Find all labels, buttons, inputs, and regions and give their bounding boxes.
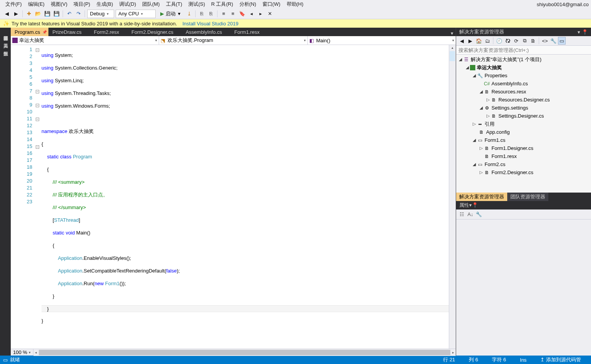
tab-overflow-button[interactable]: ▾ — [448, 30, 456, 36]
properties-pin-button[interactable]: 📍 — [472, 202, 478, 208]
categorized-button[interactable]: ☷ — [458, 210, 466, 218]
sync-button[interactable]: 🗘 — [504, 37, 511, 45]
assemblyinfo-node[interactable]: C#AssemblyInfo.cs — [456, 80, 591, 88]
tab-prizedraw-cs[interactable]: PrizeDraw.cs — [48, 28, 90, 36]
toolbox-tab[interactable]: 工具箱 — [2, 37, 9, 43]
redo-button[interactable]: ↷ — [75, 10, 82, 18]
resources-designer-node[interactable]: ▷🗎Resources.Designer.cs — [456, 96, 591, 104]
code-text[interactable]: using System; using System.Collections.G… — [42, 45, 449, 349]
collapse-all-button[interactable]: ⧉ — [521, 37, 528, 45]
settings-node[interactable]: ◢⚙Settings.settings — [456, 104, 591, 112]
save-button[interactable]: 💾 — [43, 10, 51, 18]
configuration-combo[interactable]: Debug▾ — [87, 10, 114, 18]
menu-tools[interactable]: 工具(T) — [163, 0, 186, 8]
comment-out-button[interactable]: ⎘ — [198, 10, 206, 18]
alphabetical-button[interactable]: A↓ — [466, 210, 475, 218]
tab-form2-resx[interactable]: Form2.resx — [90, 28, 128, 36]
editor-vertical-scrollbar[interactable]: ▴ — [449, 45, 456, 349]
open-file-button[interactable]: 📂 — [34, 10, 42, 18]
bookmark-clear-button[interactable]: ✕ — [266, 10, 274, 18]
tab-form2-designer-cs[interactable]: Form2.Designer.cs — [128, 28, 182, 36]
menu-team[interactable]: 团队(M) — [139, 0, 163, 8]
property-pages-button[interactable]: 🔧 — [475, 210, 483, 218]
fold-toggle[interactable]: − — [36, 48, 39, 52]
form1-node[interactable]: ◢▭Form1.cs — [456, 136, 591, 144]
form2-node[interactable]: ◢▭Form2.cs — [456, 160, 591, 168]
tab-assemblyinfo-cs[interactable]: AssemblyInfo.cs — [182, 28, 231, 36]
solution-search-input[interactable] — [456, 46, 591, 54]
menu-build[interactable]: 生成(B) — [93, 0, 116, 8]
form1-designer-node[interactable]: ▷🗎Form1.Designer.cs — [456, 144, 591, 152]
menu-edit[interactable]: 编辑(E) — [25, 0, 48, 8]
pin-icon[interactable]: 📌 — [42, 30, 47, 34]
step-button[interactable]: ⤓ — [185, 10, 193, 18]
references-node[interactable]: ▷▪▪引用 — [456, 120, 591, 128]
resources-node[interactable]: ◢🗎Resources.resx — [456, 88, 591, 96]
menu-test[interactable]: 测试(S) — [185, 0, 208, 8]
project-node[interactable]: ◢幸运大抽奖 — [456, 63, 591, 71]
tab-program-cs[interactable]: Program.cs📌 — [11, 28, 48, 36]
solution-search[interactable] — [456, 46, 591, 55]
solution-explorer-tab[interactable]: 解决方案资源管理器 — [456, 193, 507, 201]
solution-tree[interactable]: ◢☰解决方案“幸运大抽奖”(1 个项目) ◢幸运大抽奖 ◢🔧Properties… — [456, 55, 591, 193]
pending-changes-filter-button[interactable]: 🕘 — [495, 37, 503, 45]
menu-debug[interactable]: 调试(D) — [116, 0, 139, 8]
menu-help[interactable]: 帮助(H) — [284, 0, 307, 8]
nav-forward-button[interactable]: ▶ — [12, 10, 20, 18]
start-debugging-button[interactable]: ▶启动▾ — [157, 10, 184, 18]
properties-node[interactable]: ◢🔧Properties — [456, 71, 591, 80]
fold-toggle[interactable]: − — [36, 104, 39, 107]
view-code-button[interactable]: <> — [541, 37, 549, 45]
new-project-button[interactable]: ✚ — [25, 10, 33, 18]
fold-toggle[interactable]: − — [36, 145, 39, 149]
undo-button[interactable]: ↶ — [65, 10, 73, 18]
properties-button[interactable]: 🔧 — [549, 37, 557, 45]
platform-combo[interactable]: Any CPU▾ — [116, 10, 156, 18]
menu-file[interactable]: 文件(F) — [2, 0, 25, 8]
uncomment-button[interactable]: ⎘ — [207, 10, 215, 18]
show-all-files-button[interactable]: 🗎 — [529, 37, 537, 45]
nav-class-combo[interactable]: ⬔欢乐大抽奖.Program▾ — [159, 36, 307, 45]
nav-project-combo[interactable]: 幸运大抽奖▾ — [11, 36, 159, 45]
editor-horizontal-scrollbar[interactable]: ◂ ▸ — [33, 349, 456, 356]
signed-in-user[interactable]: shiyubo0014@gmail.co — [537, 2, 589, 7]
solution-window-menu-button[interactable]: ▾ — [576, 29, 582, 35]
indent-less-button[interactable]: ≡ — [220, 10, 227, 18]
install-vs2019-link[interactable]: Install Visual Studio 2019 — [183, 21, 239, 27]
menu-analyze[interactable]: 分析(N) — [236, 0, 259, 8]
form2-designer-node[interactable]: ▷🗎Form2.Designer.cs — [456, 168, 591, 176]
server-explorer-tab[interactable]: 服务器资源管理器 — [2, 29, 9, 35]
bookmark-next-button[interactable]: ▸ — [257, 10, 264, 18]
preview-selected-button[interactable]: ▭ — [558, 37, 566, 45]
bookmark-button[interactable]: 🔖 — [238, 10, 246, 18]
home-button[interactable]: 🏠 — [475, 37, 483, 45]
fold-toggle[interactable]: − — [36, 118, 39, 121]
bookmark-prev-button[interactable]: ◂ — [247, 10, 255, 18]
back-button[interactable]: ◀ — [458, 37, 466, 45]
form1-resx-node[interactable]: 🗎Form1.resx — [456, 152, 591, 160]
tab-form1-resx[interactable]: Form1.resx — [231, 28, 268, 36]
menu-window[interactable]: 窗口(W) — [259, 0, 284, 8]
forward-button[interactable]: ▶ — [466, 37, 474, 45]
appconfig-node[interactable]: 🗎App.config — [456, 128, 591, 136]
settings-designer-node[interactable]: ▷🗎Settings.Designer.cs — [456, 112, 591, 120]
refresh-button[interactable]: ⟳ — [512, 37, 520, 45]
scoped-view-button[interactable]: 🗂 — [483, 37, 491, 45]
menu-view[interactable]: 视图(V) — [48, 0, 70, 8]
properties-title[interactable]: 属性▾📍 — [456, 201, 591, 209]
data-sources-tab[interactable]: 数据源 — [2, 45, 9, 51]
save-all-button[interactable]: 💾 — [53, 10, 60, 18]
fold-toggle[interactable]: − — [36, 90, 39, 93]
properties-window-menu-button[interactable]: ▾ — [469, 202, 472, 208]
code-editor[interactable]: 1− 23456 7− 8 9− 10 11− 121314 15− 16171… — [11, 45, 456, 349]
solution-explorer-title[interactable]: 解决方案资源管理器 ▾ 📍 — [456, 28, 591, 36]
solution-pin-button[interactable]: 📍 — [582, 29, 588, 35]
solution-root-node[interactable]: ◢☰解决方案“幸运大抽奖”(1 个项目) — [456, 55, 591, 63]
team-explorer-tab[interactable]: 团队资源管理器 — [507, 193, 548, 201]
menu-project[interactable]: 项目(P) — [70, 0, 93, 8]
nav-back-button[interactable]: ◀ — [3, 10, 11, 18]
menu-rtools[interactable]: R 工具(R) — [208, 0, 236, 8]
properties-grid[interactable] — [456, 219, 591, 356]
nav-member-combo[interactable]: ◧Main()▾ — [308, 36, 456, 45]
add-to-source-control[interactable]: ↥ 添加到源代码管 — [540, 356, 581, 363]
